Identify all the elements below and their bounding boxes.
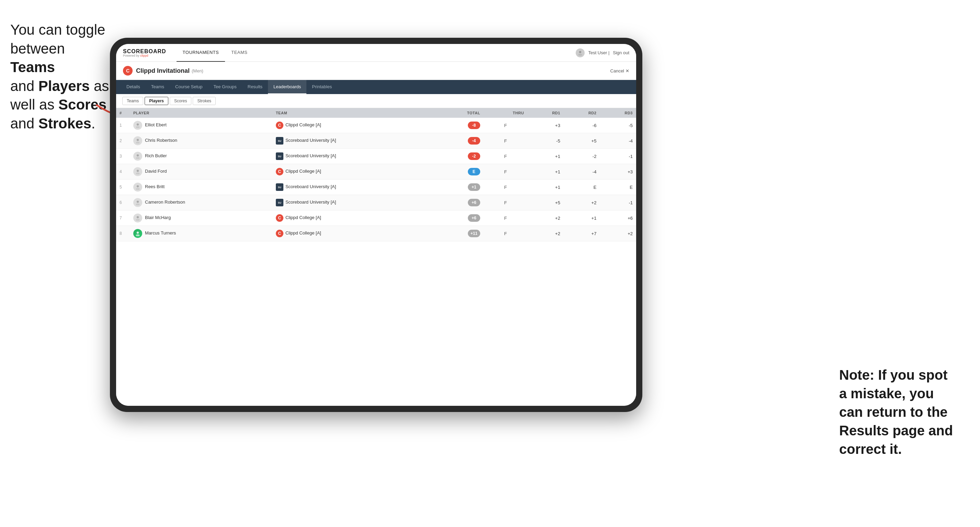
tournament-title: Clippd Invitational [136,67,189,75]
tab-leaderboards[interactable]: Leaderboards [268,80,306,94]
player-thru: F [484,149,527,164]
player-total: -4 [435,133,484,149]
player-rank: 6 [116,195,130,210]
tab-tee-groups[interactable]: Tee Groups [208,80,242,94]
svg-point-1 [579,51,581,53]
tournament-sub: (Men) [192,68,204,73]
col-rd3: RD3 [600,108,636,118]
team-name: Clippd College [A] [285,122,321,127]
toggle-strokes[interactable]: Strokes [193,97,216,105]
player-rd2: +1 [564,210,600,226]
player-thru: F [484,164,527,179]
player-total: +6 [435,210,484,226]
table-row: 4David FordCClippd College [A]EF+1-4+3 [116,164,636,179]
col-player: PLAYER [130,108,272,118]
player-rank: 1 [116,118,130,133]
nav-links: TOURNAMENTS TEAMS [177,44,254,62]
svg-point-13 [137,200,139,203]
table-row: 6Cameron RobertsonSUScoreboard Universit… [116,195,636,210]
player-avatar [133,214,142,222]
player-rd1: -5 [527,133,564,149]
table-row: 2Chris RobertsonSUScoreboard University … [116,133,636,149]
top-nav: SCOREBOARD Powered by clippd TOURNAMENTS… [116,44,636,62]
player-thru: F [484,118,527,133]
tab-details[interactable]: Details [121,80,146,94]
player-avatar [133,229,142,238]
player-total: -8 [435,118,484,133]
svg-point-16 [136,219,140,221]
player-total: +6 [435,195,484,210]
team-name: Clippd College [A] [285,230,321,235]
player-name: Chris Robertson [145,138,177,143]
tab-results[interactable]: Results [242,80,268,94]
right-annotation: Note: If you spot a mistake, you can ret… [839,366,970,458]
svg-point-6 [136,141,140,143]
player-name-cell: Cameron Robertson [130,195,272,210]
player-team: CClippd College [A] [272,210,435,226]
player-rd2: E [564,179,600,195]
tablet-screen: SCOREBOARD Powered by clippd TOURNAMENTS… [116,44,636,406]
player-avatar [133,136,142,145]
svg-point-2 [578,54,582,56]
player-avatar [133,121,142,130]
team-logo-scoreboard: SU [276,137,283,144]
cancel-button[interactable]: Cancel ✕ [610,68,629,73]
player-total: E [435,164,484,179]
player-rd3: -1 [600,195,636,210]
team-logo-scoreboard: SU [276,199,283,206]
player-thru: F [484,133,527,149]
user-avatar [576,48,585,57]
toggle-scores[interactable]: Scores [170,97,191,105]
player-rd3: -5 [600,118,636,133]
player-avatar [133,167,142,176]
tab-course-setup[interactable]: Course Setup [170,80,208,94]
player-rd1: +1 [527,149,564,164]
table-row: 3Rich ButlerSUScoreboard University [A]-… [116,149,636,164]
svg-point-17 [137,232,139,233]
player-rd3: +3 [600,164,636,179]
player-thru: F [484,195,527,210]
player-rd3: +2 [600,226,636,241]
nav-teams[interactable]: TEAMS [225,44,253,62]
player-rank: 4 [116,164,130,179]
team-name: Scoreboard University [A] [285,138,336,143]
table-row: 1Elliot EbertCClippd College [A]-8F+3-6-… [116,118,636,133]
player-name: Rich Butler [145,153,167,158]
tournament-icon: C [123,66,133,76]
tab-printables[interactable]: Printables [306,80,337,94]
player-team: SUScoreboard University [A] [272,179,435,195]
logo-sub: Powered by clippd [123,54,166,57]
table-header-row: # PLAYER TEAM TOTAL THRU RD1 RD2 RD3 [116,108,636,118]
player-rd1: +2 [527,210,564,226]
leaderboard-table: # PLAYER TEAM TOTAL THRU RD1 RD2 RD3 1El… [116,108,636,406]
toggle-players[interactable]: Players [145,97,168,105]
svg-point-5 [137,139,139,141]
player-name-cell: Rich Butler [130,149,272,164]
svg-point-8 [136,157,140,159]
team-logo-scoreboard: SU [276,152,283,160]
player-team: SUScoreboard University [A] [272,133,435,149]
player-total: -2 [435,149,484,164]
player-name-cell: Elliot Ebert [130,118,272,133]
player-thru: F [484,210,527,226]
nav-tournaments[interactable]: TOURNAMENTS [177,44,225,62]
player-rank: 2 [116,133,130,149]
player-rd3: +6 [600,210,636,226]
team-name: Scoreboard University [A] [285,200,336,205]
toggle-teams[interactable]: Teams [122,97,143,105]
player-thru: F [484,179,527,195]
sign-out-link[interactable]: Sign out [613,50,629,55]
player-name-cell: Marcus Turners [130,226,272,241]
team-name: Clippd College [A] [285,215,321,220]
team-logo-clippd: C [276,214,283,222]
tab-teams[interactable]: Teams [146,80,170,94]
logo-area: SCOREBOARD Powered by clippd [123,48,166,57]
tablet-frame: SCOREBOARD Powered by clippd TOURNAMENTS… [110,38,642,412]
svg-point-18 [136,234,140,236]
team-name: Scoreboard University [A] [285,184,336,189]
player-name: Cameron Robertson [145,200,185,205]
team-logo-clippd: C [276,230,283,237]
tournament-header: C Clippd Invitational (Men) Cancel ✕ [116,62,636,80]
player-rd2: -6 [564,118,600,133]
svg-point-10 [136,172,140,175]
